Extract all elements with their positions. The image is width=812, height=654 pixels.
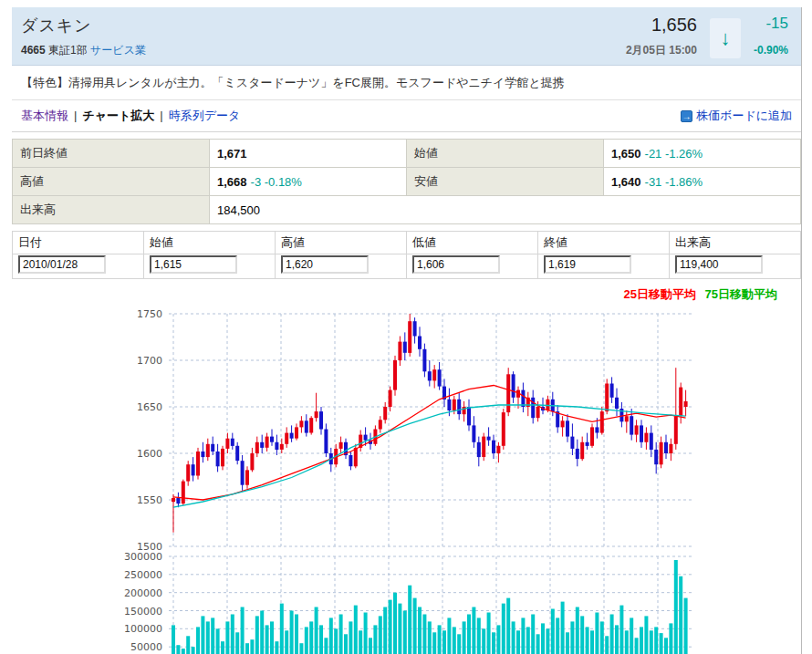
table-row: 高値 1,668-3 -0.18% 安値 1,640-31 -1.86% bbox=[13, 168, 801, 196]
value-volume: 184,500 bbox=[210, 196, 801, 224]
content-wrapper: ダスキン 4665 東証1部 サービス業 1,656 2月05日 15:00 ↓… bbox=[12, 7, 802, 654]
svg-text:1600: 1600 bbox=[137, 448, 162, 460]
volume-input[interactable] bbox=[675, 255, 763, 274]
close-input[interactable] bbox=[544, 255, 631, 274]
svg-text:1650: 1650 bbox=[137, 401, 162, 413]
nav-links: 基本情報|チャート拡大|時系列データ bbox=[21, 108, 240, 124]
tab-navigation: 基本情報|チャート拡大|時系列データ → 株価ボードに追加 bbox=[12, 100, 801, 132]
table-row: 出来高 184,500 bbox=[13, 196, 801, 224]
svg-text:300000: 300000 bbox=[124, 551, 162, 563]
stock-market: 東証1部 bbox=[48, 44, 88, 57]
low-input[interactable] bbox=[412, 255, 500, 274]
label-volume: 出来高 bbox=[13, 196, 210, 224]
value-main: 1,640 bbox=[611, 175, 641, 189]
col-volume: 出来高 bbox=[670, 232, 801, 254]
svg-text:250000: 250000 bbox=[124, 569, 162, 581]
value-change: -21 -1.26% bbox=[645, 147, 703, 161]
add-arrow-icon: → bbox=[681, 110, 692, 122]
value-main: 184,500 bbox=[217, 203, 260, 217]
add-to-board-link[interactable]: → 株価ボードに追加 bbox=[681, 108, 792, 124]
ma75-legend-label: 75日移動平均 bbox=[705, 287, 777, 301]
stock-detail-page: ダスキン 4665 東証1部 サービス業 1,656 2月05日 15:00 ↓… bbox=[0, 0, 812, 654]
cell-high bbox=[276, 254, 407, 279]
day-data-table: 日付 始値 高値 低値 終値 出来高 bbox=[12, 231, 801, 279]
stock-chart: 1750170016501600155015003000002500002000… bbox=[12, 305, 802, 654]
ma25-legend-label: 25日移動平均 bbox=[623, 287, 695, 301]
price-block: 1,656 2月05日 15:00 ↓ -15 -0.90% bbox=[626, 15, 788, 58]
svg-text:150000: 150000 bbox=[124, 606, 162, 618]
company-feature-line: 【特色】清掃用具レンタルが主力。「ミスタードーナツ」をFC展開。モスフードやニチ… bbox=[12, 66, 801, 100]
date-input[interactable] bbox=[18, 255, 106, 274]
down-arrow-icon: ↓ bbox=[720, 26, 730, 50]
stock-identity: ダスキン 4665 東証1部 サービス業 bbox=[21, 15, 146, 58]
label-prev-close: 前日終値 bbox=[13, 140, 210, 168]
stock-header: ダスキン 4665 東証1部 サービス業 1,656 2月05日 15:00 ↓… bbox=[12, 7, 801, 66]
nav-separator: | bbox=[74, 109, 77, 122]
value-main: 1,668 bbox=[217, 175, 247, 189]
svg-text:1700: 1700 bbox=[137, 355, 162, 367]
tab-time-series[interactable]: 時系列データ bbox=[169, 109, 241, 122]
chart-area: 1750170016501600155015003000002500002000… bbox=[12, 305, 801, 654]
label-high: 高値 bbox=[13, 168, 210, 196]
col-close: 終値 bbox=[538, 232, 670, 254]
ma-legend: 25日移動平均 75日移動平均 bbox=[12, 279, 801, 303]
stock-name: ダスキン bbox=[21, 15, 146, 36]
svg-text:1550: 1550 bbox=[137, 494, 162, 506]
price-summary-table: 前日終値 1,671 始値 1,650-21 -1.26% 高値 1,668-3… bbox=[12, 139, 801, 224]
svg-text:1750: 1750 bbox=[137, 308, 162, 320]
label-open: 始値 bbox=[407, 140, 604, 168]
value-main: 1,671 bbox=[217, 147, 247, 161]
sector-link[interactable]: サービス業 bbox=[90, 44, 146, 57]
cell-low bbox=[407, 254, 538, 279]
high-input[interactable] bbox=[281, 255, 369, 274]
svg-text:50000: 50000 bbox=[130, 641, 162, 653]
price-change: -15 bbox=[754, 15, 788, 33]
svg-text:100000: 100000 bbox=[124, 623, 162, 635]
add-to-board-label: 株価ボードに追加 bbox=[696, 108, 792, 124]
tab-basic-info[interactable]: 基本情報 bbox=[21, 109, 68, 122]
col-high: 高値 bbox=[276, 232, 407, 254]
price-direction-box: ↓ bbox=[710, 18, 741, 58]
cell-open bbox=[144, 254, 276, 279]
value-high: 1,668-3 -0.18% bbox=[210, 168, 407, 196]
cell-close bbox=[538, 254, 670, 279]
day-data-input-row bbox=[13, 254, 801, 279]
svg-text:200000: 200000 bbox=[124, 587, 162, 599]
open-input[interactable] bbox=[150, 255, 237, 274]
stock-code: 4665 bbox=[21, 44, 46, 57]
price-column: 1,656 2月05日 15:00 bbox=[626, 15, 697, 58]
nav-separator: | bbox=[160, 109, 162, 122]
value-low: 1,640-31 -1.86% bbox=[604, 168, 801, 196]
value-prev-close: 1,671 bbox=[210, 140, 407, 168]
change-column: -15 -0.90% bbox=[754, 15, 788, 57]
col-low: 低値 bbox=[407, 232, 538, 254]
label-low: 安値 bbox=[407, 168, 604, 196]
price-timestamp: 2月05日 15:00 bbox=[626, 43, 697, 58]
value-open: 1,650-21 -1.26% bbox=[604, 140, 801, 168]
value-main: 1,650 bbox=[611, 147, 641, 161]
day-data-header-row: 日付 始値 高値 低値 終値 出来高 bbox=[13, 232, 801, 254]
tab-chart-zoom: チャート拡大 bbox=[82, 109, 154, 122]
table-row: 前日終値 1,671 始値 1,650-21 -1.26% bbox=[13, 140, 801, 168]
cell-volume bbox=[670, 254, 801, 279]
stock-meta: 4665 東証1部 サービス業 bbox=[21, 43, 146, 58]
col-date: 日付 bbox=[13, 232, 144, 254]
value-change: -31 -1.86% bbox=[645, 175, 703, 189]
price-change-percent: -0.90% bbox=[754, 44, 788, 57]
cell-date bbox=[13, 254, 144, 279]
current-price: 1,656 bbox=[626, 15, 697, 36]
col-open: 始値 bbox=[144, 232, 276, 254]
value-change: -3 -0.18% bbox=[251, 175, 302, 189]
